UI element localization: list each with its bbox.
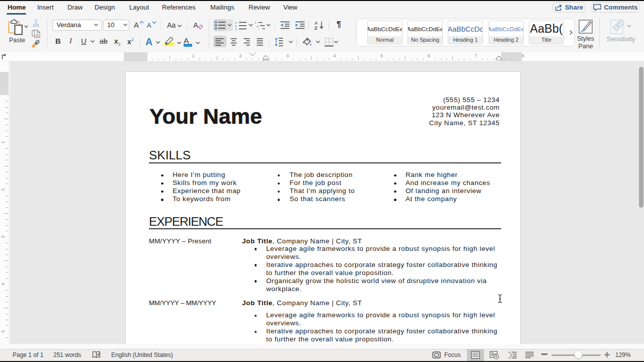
svg-text:Z: Z [314,25,317,30]
svg-text:1: 1 [255,21,257,24]
svg-text:i: i [259,28,259,30]
svg-text:3: 3 [235,27,237,30]
svg-text:a: a [257,25,259,28]
